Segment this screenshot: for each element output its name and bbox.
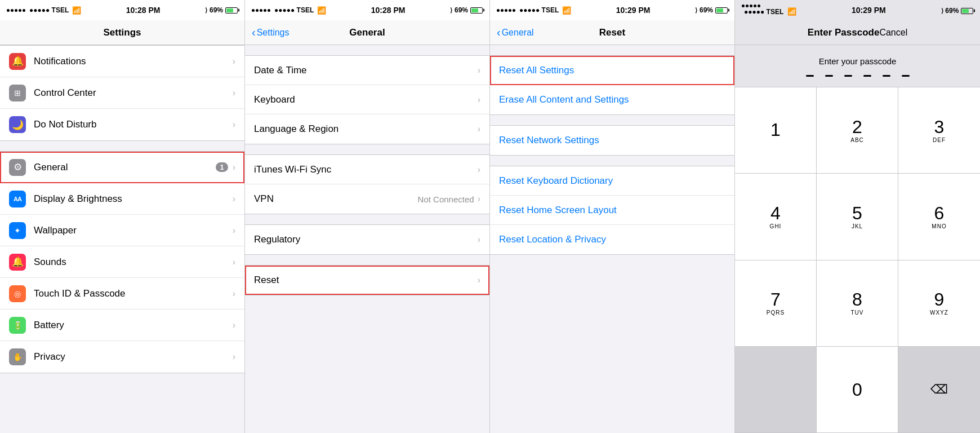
settings-title: Settings: [103, 27, 141, 38]
row-display-brightness[interactable]: AA Display & Brightness ›: [0, 183, 244, 215]
key-5[interactable]: 5 JKL: [817, 174, 898, 260]
row-general[interactable]: ⚙ General 1 ›: [0, 152, 244, 183]
key-7-letters: PQRS: [767, 310, 785, 316]
key-3[interactable]: 3 DEF: [898, 87, 980, 174]
back-to-general[interactable]: ‹ General: [497, 26, 534, 39]
control-center-label: Control Center: [34, 87, 233, 99]
chevron-icon: ›: [233, 257, 235, 267]
passcode-dot-2: [825, 75, 833, 77]
row-reset-network[interactable]: Reset Network Settings: [490, 126, 734, 155]
status-bar-1: ●●●●● TSEL 📶 10:28 PM ⟩ 69%: [0, 0, 244, 20]
back-to-settings[interactable]: ‹ Settings: [252, 26, 289, 39]
passcode-dot-3: [844, 75, 852, 77]
key-6[interactable]: 6 MNO: [898, 174, 980, 260]
chevron-icon: ›: [233, 56, 235, 67]
row-regulatory[interactable]: Regulatory ›: [245, 225, 489, 254]
key-4[interactable]: 4 GHI: [735, 174, 817, 260]
row-do-not-disturb[interactable]: 🌙 Do Not Disturb ›: [0, 109, 244, 140]
row-erase-all[interactable]: Erase All Content and Settings: [490, 85, 734, 114]
general-title: General: [349, 27, 385, 38]
key-8-number: 8: [852, 290, 862, 308]
signal-dots-3: [497, 9, 515, 12]
settings-panel: ●●●●● TSEL 📶 10:28 PM ⟩ 69% Settings 🔔 N…: [0, 0, 245, 433]
chevron-icon: ›: [478, 65, 480, 76]
row-reset-location[interactable]: Reset Location & Privacy: [490, 225, 734, 254]
passcode-dot-1: [806, 75, 814, 77]
general-badge: 1: [216, 162, 228, 172]
chevron-icon: ›: [233, 289, 235, 299]
key-0-number: 0: [852, 381, 862, 399]
carrier-info-3: ●●●●● TSEL 📶: [497, 6, 571, 15]
row-wallpaper[interactable]: ✦ Wallpaper ›: [0, 215, 244, 246]
back-label-2: General: [502, 28, 534, 38]
group-1: 🔔 Notifications › ⊞ Control Center › 🌙 D…: [0, 45, 244, 141]
key-0[interactable]: 0: [817, 347, 898, 433]
key-7[interactable]: 7 PQRS: [735, 260, 817, 347]
status-icons-4: ⟩ 69%: [941, 6, 973, 15]
row-language-region[interactable]: Language & Region ›: [245, 114, 489, 144]
wifi-icon: 📶: [72, 6, 81, 15]
reset-location-label: Reset Location & Privacy: [499, 234, 725, 245]
status-icons-3: ⟩ 69%: [695, 6, 728, 14]
back-arrow-icon-2: ‹: [497, 26, 501, 39]
row-touch-id[interactable]: ◎ Touch ID & Passcode ›: [0, 278, 244, 310]
chevron-icon: ›: [233, 194, 235, 204]
row-reset-keyboard[interactable]: Reset Keyboard Dictionary: [490, 166, 734, 196]
battery-percent: 69%: [210, 6, 223, 14]
numpad: 1 2 ABC 3 DEF 4 GHI 5 JKL 6 MNO 7 PQRS: [735, 87, 980, 433]
row-vpn[interactable]: VPN Not Connected ›: [245, 184, 489, 214]
general-panel: ●●●●● TSEL 📶 10:28 PM ⟩ 69% ‹ Settings G…: [245, 0, 490, 433]
chevron-icon: ›: [478, 95, 480, 105]
privacy-label: Privacy: [34, 351, 233, 363]
row-control-center[interactable]: ⊞ Control Center ›: [0, 77, 244, 109]
carrier-name: ●●●●● TSEL: [29, 6, 69, 14]
control-center-icon: ⊞: [9, 85, 26, 101]
key-delete[interactable]: ⌫: [898, 347, 980, 433]
row-privacy[interactable]: ✋ Privacy ›: [0, 341, 244, 373]
group-2: ⚙ General 1 › AA Display & Brightness › …: [0, 151, 244, 373]
back-label: Settings: [257, 28, 289, 38]
row-notifications[interactable]: 🔔 Notifications ›: [0, 46, 244, 77]
cancel-button[interactable]: Cancel: [879, 28, 907, 38]
row-itunes-wifi[interactable]: iTunes Wi-Fi Sync ›: [245, 155, 489, 184]
row-reset[interactable]: Reset ›: [245, 266, 489, 295]
reset-keyboard-label: Reset Keyboard Dictionary: [499, 175, 725, 187]
location-icon: ⟩: [205, 7, 207, 14]
passcode-prompt-text: Enter your passcode: [819, 56, 897, 66]
chevron-icon: ›: [478, 194, 480, 204]
reset-label: Reset: [254, 275, 478, 286]
battery-label: Battery: [34, 320, 233, 331]
signal-dots-2: [252, 9, 270, 12]
key-1[interactable]: 1: [735, 87, 817, 174]
chevron-icon: ›: [478, 165, 480, 175]
key-2[interactable]: 2 ABC: [817, 87, 898, 174]
row-date-time[interactable]: Date & Time ›: [245, 56, 489, 85]
key-9[interactable]: 9 WXYZ: [898, 260, 980, 347]
row-keyboard[interactable]: Keyboard ›: [245, 85, 489, 114]
carrier-name-4: ●●●●● TSEL: [744, 8, 783, 16]
keyboard-label: Keyboard: [254, 94, 478, 105]
sounds-label: Sounds: [34, 257, 233, 268]
row-reset-home-screen[interactable]: Reset Home Screen Layout: [490, 196, 734, 225]
chevron-icon: ›: [233, 226, 235, 236]
battery-icon-4: [961, 8, 973, 14]
settings-list: 🔔 Notifications › ⊞ Control Center › 🌙 D…: [0, 45, 244, 433]
key-8[interactable]: 8 TUV: [817, 260, 898, 347]
key-6-letters: MNO: [932, 223, 946, 229]
row-reset-all[interactable]: Reset All Settings: [490, 56, 734, 85]
key-3-letters: DEF: [933, 137, 946, 143]
do-not-disturb-icon: 🌙: [9, 116, 26, 133]
regulatory-label: Regulatory: [254, 234, 478, 245]
date-time-label: Date & Time: [254, 65, 478, 76]
reset-nav-bar: ‹ General Reset: [490, 20, 734, 45]
row-sounds[interactable]: 🔔 Sounds ›: [0, 246, 244, 278]
time-display: 10:28 PM: [126, 6, 161, 15]
time-display-2: 10:28 PM: [371, 6, 406, 15]
general-list: Date & Time › Keyboard › Language & Regi…: [245, 45, 489, 433]
row-battery[interactable]: 🔋 Battery ›: [0, 310, 244, 341]
passcode-dots: [806, 75, 910, 77]
chevron-icon: ›: [478, 124, 480, 134]
passcode-panel: ●●●●● TSEL 📶 10:29 PM ⟩ 69% Enter Passco…: [735, 0, 980, 433]
wallpaper-label: Wallpaper: [34, 225, 233, 236]
battery-icon-3: [715, 7, 728, 14]
